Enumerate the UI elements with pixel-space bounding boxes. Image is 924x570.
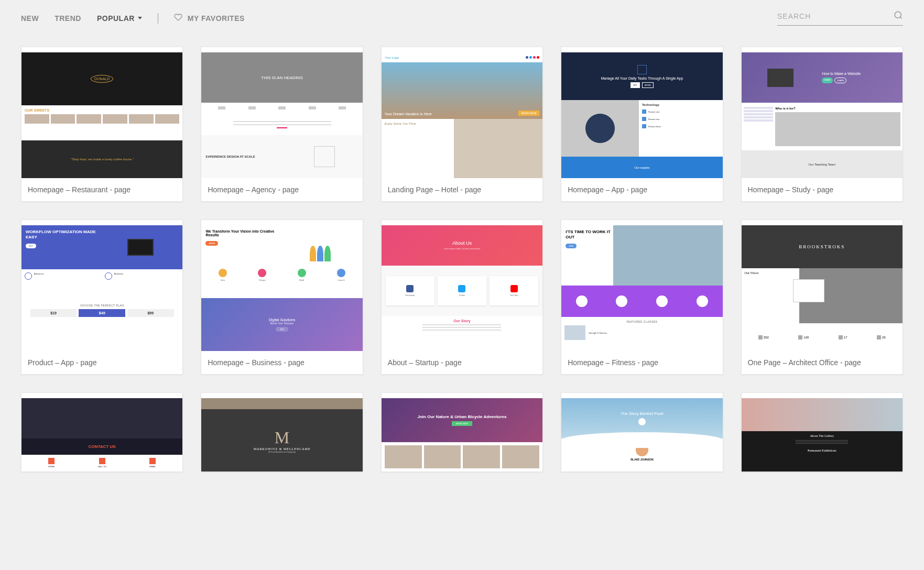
template-thumbnail: I'TS TIME TO WORK IT OUTJOIN FEATURED CL… — [561, 225, 722, 351]
template-title: Landing Page – Hotel - page — [382, 178, 542, 201]
search-field[interactable] — [777, 10, 903, 26]
template-thumbnail: Manage All Your Daily Tasks Through A Si… — [561, 52, 722, 178]
template-title: Homepage – Restaurant - page — [21, 178, 182, 201]
search-icon — [894, 10, 903, 22]
template-grid: DONALD OUR SWEETS "Tasty food, set insid… — [0, 36, 924, 483]
template-thumbnail: BROOKSTROKS Our Vision 352 120 17 23 — [742, 225, 903, 351]
template-thumbnail: DONALD OUR SWEETS "Tasty food, set insid… — [21, 52, 182, 178]
tab-trend[interactable]: TREND — [55, 14, 81, 23]
nav-tabs: NEW TREND POPULAR MY FAVORITES — [21, 13, 245, 24]
template-card[interactable]: Manage All Your Daily Tasks Through A Si… — [561, 47, 723, 202]
chevron-down-icon — [138, 17, 142, 19]
template-thumbnail: Join Our Nature & Urban Bicycle Adventur… — [382, 398, 542, 472]
template-title: Homepage – Fitness - page — [561, 351, 722, 374]
template-card[interactable]: WORKFLOW OPTIMIZATION MADE EASYGET Advan… — [21, 220, 183, 375]
template-title: Homepage – App - page — [561, 178, 722, 201]
tab-popular[interactable]: POPULAR — [97, 14, 142, 23]
template-thumbnail: CONTACT US HOME CALL US EMAIL — [21, 398, 182, 472]
tab-popular-label: POPULAR — [97, 14, 135, 23]
template-card[interactable]: BROOKSTROKS Our Vision 352 120 17 23 One… — [741, 220, 903, 375]
template-thumbnail: THIS IS AN HEADING EXPERIENCE DESIGN AT … — [201, 52, 362, 178]
template-thumbnail: About Us Lorem ipsum dolor sit amet cons… — [382, 225, 542, 351]
svg-point-0 — [895, 12, 901, 18]
template-thumbnail: M MARKOWITZ & MELLENCAMP A Trust Based L… — [201, 398, 362, 472]
template-card[interactable]: DONALD OUR SWEETS "Tasty food, set insid… — [21, 47, 183, 202]
template-card[interactable]: How to Make a Website STARTLEARN Who is … — [741, 47, 903, 202]
template-card[interactable]: I'TS TIME TO WORK IT OUTJOIN FEATURED CL… — [561, 220, 723, 375]
template-thumbnail: About The Gallery Permanent Exhibitions — [742, 398, 903, 472]
template-title: Homepage – Study - page — [742, 178, 903, 201]
tab-new[interactable]: NEW — [21, 14, 39, 23]
template-card[interactable]: About The Gallery Permanent Exhibitions — [741, 392, 903, 472]
template-title: Homepage – Business - page — [201, 351, 362, 374]
filter-header: NEW TREND POPULAR MY FAVORITES — [0, 0, 924, 36]
template-card[interactable]: We Transform Your Vision into Creative R… — [201, 220, 363, 375]
template-title: About – Startup - page — [382, 351, 542, 374]
tab-favorites[interactable]: MY FAVORITES — [174, 13, 245, 24]
template-title: Homepage – Agency - page — [201, 178, 362, 201]
template-card[interactable]: About Us Lorem ipsum dolor sit amet cons… — [381, 220, 543, 375]
favorites-label: MY FAVORITES — [188, 14, 245, 23]
heart-icon — [174, 13, 182, 24]
template-card[interactable]: The Story Behind Posit BLAKE JOHNSON — [561, 392, 723, 472]
template-title: Product – App - page — [21, 351, 182, 374]
template-thumbnail: Your Logo Your Dream Vacation is Here BO… — [382, 52, 542, 178]
template-thumbnail: WORKFLOW OPTIMIZATION MADE EASYGET Advan… — [21, 225, 182, 351]
template-card[interactable]: Your Logo Your Dream Vacation is Here BO… — [381, 47, 543, 202]
template-card[interactable]: CONTACT US HOME CALL US EMAIL — [21, 392, 183, 472]
divider — [158, 13, 158, 24]
template-thumbnail: We Transform Your Vision into Creative R… — [201, 225, 362, 351]
search-input[interactable] — [777, 12, 894, 20]
template-title: One Page – Architect Office - page — [742, 351, 903, 374]
template-card[interactable]: M MARKOWITZ & MELLENCAMP A Trust Based L… — [201, 392, 363, 472]
template-thumbnail: How to Make a Website STARTLEARN Who is … — [742, 52, 903, 178]
template-card[interactable]: Join Our Nature & Urban Bicycle Adventur… — [381, 392, 543, 472]
svg-line-1 — [900, 17, 901, 18]
template-thumbnail: The Story Behind Posit BLAKE JOHNSON — [561, 398, 722, 472]
template-card[interactable]: THIS IS AN HEADING EXPERIENCE DESIGN AT … — [201, 47, 363, 202]
